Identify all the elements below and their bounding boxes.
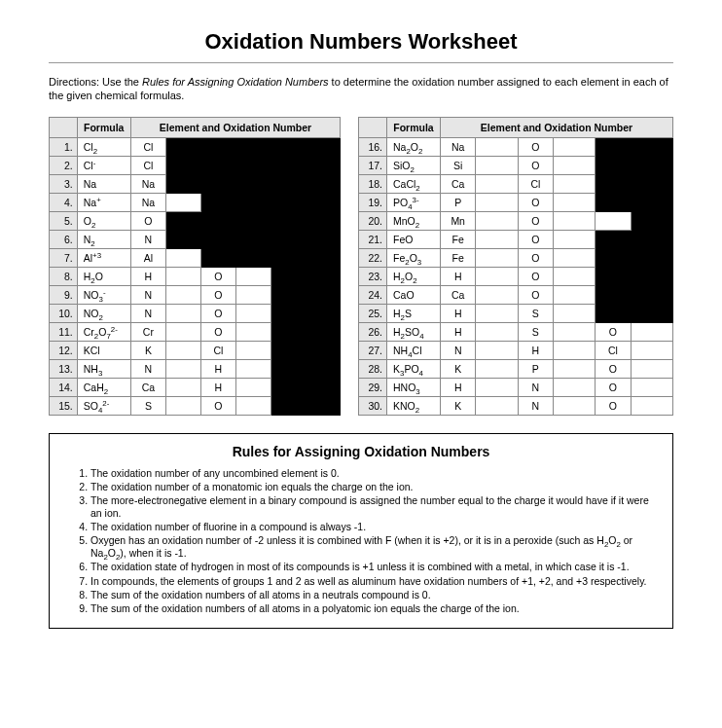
- element-cell: N: [518, 396, 553, 415]
- oxidation-cell: [553, 267, 595, 285]
- element-cell: Fe: [440, 230, 475, 248]
- oxidation-cell: [306, 230, 341, 248]
- oxidation-cell: [306, 193, 341, 211]
- oxidation-cell: [306, 174, 341, 193]
- element-cell: Na: [130, 193, 165, 211]
- element-cell: [596, 193, 631, 211]
- formula-cell: CaO: [387, 285, 441, 304]
- oxidation-cell: [553, 230, 595, 248]
- formula-cell: Cl2: [77, 137, 130, 156]
- table-row: 22.Fe2O3FeO: [359, 248, 673, 267]
- oxidation-cell: [476, 230, 518, 248]
- table-row: 6.N2N: [50, 230, 341, 248]
- oxidation-cell: [553, 396, 595, 415]
- element-cell: O: [596, 396, 631, 415]
- formula-cell: Fe2O3: [387, 248, 441, 267]
- element-cell: [596, 304, 631, 322]
- element-cell: [271, 248, 306, 267]
- element-cell: Fe: [440, 248, 475, 267]
- element-cell: P: [518, 359, 553, 378]
- oxidation-cell: [235, 359, 271, 378]
- rule-item: The oxidation number of fluorine in a co…: [90, 521, 659, 533]
- left-formula-header: Formula: [77, 117, 130, 137]
- rule-item: Oxygen has an oxidation number of -2 unl…: [90, 534, 659, 560]
- table-row: 7.Al+3Al: [50, 248, 341, 267]
- formula-cell: NH4Cl: [387, 341, 441, 359]
- oxidation-cell: [166, 211, 201, 230]
- element-cell: [271, 137, 306, 156]
- table-row: 1.Cl2Cl: [50, 137, 341, 156]
- element-cell: O: [518, 230, 553, 248]
- element-cell: [200, 174, 235, 193]
- table-row: 27.NH4ClNHCl: [359, 341, 673, 359]
- directions-prefix: Directions: Use the: [49, 76, 142, 88]
- row-number: 15.: [50, 396, 78, 415]
- rules-title: Rules for Assigning Oxidation Numbers: [63, 444, 659, 459]
- table-row: 25.H2SHS: [359, 304, 673, 322]
- rule-item: The sum of the oxidation numbers of all …: [90, 602, 659, 615]
- element-cell: [596, 267, 631, 285]
- oxidation-cell: [166, 267, 201, 285]
- oxidation-cell: [166, 322, 201, 341]
- element-cell: [596, 285, 631, 304]
- row-number: 8.: [50, 267, 78, 285]
- element-cell: [200, 156, 235, 174]
- element-cell: O: [518, 156, 553, 174]
- element-cell: O: [596, 359, 631, 378]
- row-number: 12.: [50, 341, 78, 359]
- oxidation-cell: [235, 285, 271, 304]
- element-cell: H: [440, 304, 475, 322]
- oxidation-cell: [306, 285, 341, 304]
- element-cell: [200, 248, 235, 267]
- element-cell: Mn: [440, 211, 475, 230]
- rule-item: The sum of the oxidation numbers of all …: [90, 589, 659, 601]
- row-number: 11.: [50, 322, 78, 341]
- oxidation-cell: [553, 378, 595, 396]
- element-cell: N: [130, 359, 165, 378]
- title-divider: [49, 62, 673, 63]
- element-cell: Si: [440, 156, 475, 174]
- right-table: Formula Element and Oxidation Number 16.…: [358, 117, 673, 416]
- oxidation-cell: [476, 174, 518, 193]
- oxidation-cell: [553, 137, 595, 156]
- row-number: 16.: [359, 137, 387, 156]
- formula-cell: Cr2O72-: [77, 322, 130, 341]
- oxidation-cell: [306, 396, 341, 415]
- oxidation-cell: [631, 378, 672, 396]
- oxidation-cell: [166, 174, 201, 193]
- oxidation-cell: [631, 174, 672, 193]
- oxidation-cell: [235, 174, 271, 193]
- oxidation-cell: [553, 285, 595, 304]
- element-cell: [271, 230, 306, 248]
- element-cell: [596, 156, 631, 174]
- element-cell: K: [440, 396, 475, 415]
- oxidation-cell: [476, 378, 518, 396]
- element-cell: [200, 211, 235, 230]
- element-cell: H: [440, 267, 475, 285]
- oxidation-cell: [306, 156, 341, 174]
- table-row: 26.H2SO4HSO: [359, 322, 673, 341]
- table-row: 15.SO42-SO: [50, 396, 341, 415]
- oxidation-cell: [553, 322, 595, 341]
- formula-cell: NH3: [77, 359, 130, 378]
- formula-cell: Na+: [77, 193, 130, 211]
- oxidation-cell: [166, 285, 201, 304]
- oxidation-cell: [476, 341, 518, 359]
- table-row: 29.HNO3HNO: [359, 378, 673, 396]
- element-cell: P: [440, 193, 475, 211]
- row-number: 30.: [359, 396, 387, 415]
- formula-cell: CaH2: [77, 378, 130, 396]
- row-number: 13.: [50, 359, 78, 378]
- oxidation-cell: [476, 304, 518, 322]
- formula-cell: NO2: [77, 304, 130, 322]
- table-row: 24.CaOCaO: [359, 285, 673, 304]
- element-cell: H: [130, 267, 165, 285]
- element-cell: H: [440, 322, 475, 341]
- formula-cell: H2S: [387, 304, 441, 322]
- element-cell: [200, 230, 235, 248]
- element-cell: O: [200, 285, 235, 304]
- oxidation-cell: [306, 267, 341, 285]
- formula-cell: MnO2: [387, 211, 441, 230]
- oxidation-cell: [631, 137, 672, 156]
- formula-cell: H2SO4: [387, 322, 441, 341]
